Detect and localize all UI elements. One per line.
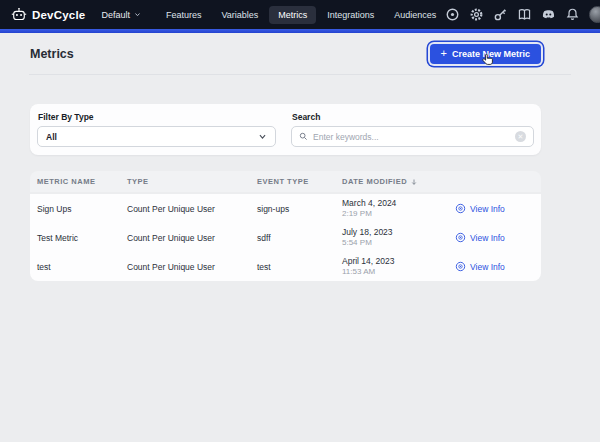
view-info-link[interactable]: View Info — [455, 232, 541, 243]
table-row[interactable]: Test Metric Count Per Unique User sdff J… — [30, 223, 541, 252]
date-modified-cell: July 18, 2023 5:54 PM — [342, 227, 455, 248]
chevron-down-icon — [134, 11, 141, 18]
header-divider — [29, 74, 571, 75]
sort-desc-icon — [410, 178, 418, 186]
search-label: Search — [292, 112, 534, 122]
view-info-link[interactable]: View Info — [455, 261, 541, 272]
eye-icon — [455, 261, 466, 272]
event-type-cell: test — [257, 262, 342, 272]
event-type-cell: sign-ups — [257, 204, 342, 214]
table-body: Sign Ups Count Per Unique User sign-ups … — [30, 194, 541, 281]
clear-search-icon[interactable]: ✕ — [515, 131, 526, 142]
time-text: 5:54 PM — [342, 238, 455, 248]
page-header: Metrics + Create New Metric — [0, 33, 600, 74]
bell-icon[interactable] — [565, 7, 580, 22]
column-header-metric-name[interactable]: Metric Name — [37, 177, 127, 186]
chevron-down-icon — [258, 132, 267, 141]
topbar-utilities — [445, 6, 600, 23]
date-text: April 14, 2023 — [342, 256, 455, 267]
view-info-label: View Info — [470, 233, 505, 243]
metric-name-cell: Test Metric — [37, 233, 127, 243]
main-nav: Features Variables Metrics Integrations … — [157, 6, 445, 24]
metric-name-cell: Sign Ups — [37, 204, 127, 214]
plus-icon: + — [441, 49, 447, 58]
create-new-metric-button[interactable]: + Create New Metric — [430, 44, 541, 64]
docs-book-icon[interactable] — [517, 7, 532, 22]
type-cell: Count Per Unique User — [127, 262, 257, 272]
nav-item-integrations[interactable]: Integrations — [318, 6, 383, 24]
date-text: July 18, 2023 — [342, 227, 455, 238]
search-field: Search ✕ — [291, 112, 534, 147]
nav-item-features[interactable]: Features — [157, 6, 211, 24]
event-type-cell: sdff — [257, 233, 342, 243]
status-target-icon[interactable] — [445, 7, 460, 22]
time-text: 11:53 AM — [342, 267, 455, 277]
view-info-label: View Info — [470, 262, 505, 272]
time-text: 2:19 PM — [342, 209, 455, 219]
eye-icon — [455, 232, 466, 243]
search-box: ✕ — [291, 126, 534, 147]
column-header-type[interactable]: Type — [127, 177, 257, 186]
page-title: Metrics — [30, 47, 74, 61]
project-selector-dropdown[interactable]: Default — [101, 10, 141, 20]
nav-item-audiences[interactable]: Audiences — [385, 6, 445, 24]
view-info-label: View Info — [470, 204, 505, 214]
metrics-table: Metric Name Type Event Type Date Modifie… — [30, 171, 541, 281]
key-icon[interactable] — [493, 7, 508, 22]
search-icon — [299, 132, 308, 141]
top-navigation-bar: DevCycle Default Features Variables Metr… — [0, 0, 600, 29]
date-text: March 4, 2024 — [342, 198, 455, 209]
type-cell: Count Per Unique User — [127, 204, 257, 214]
togglebot-robot-icon — [11, 7, 27, 23]
type-filter-value: All — [46, 132, 57, 142]
date-modified-cell: March 4, 2024 2:19 PM — [342, 198, 455, 219]
devcycle-logo[interactable]: DevCycle — [11, 7, 85, 23]
project-selector-label: Default — [101, 10, 130, 20]
column-header-event-type[interactable]: Event Type — [257, 177, 342, 186]
brand-name: DevCycle — [32, 9, 85, 21]
gear-icon[interactable] — [469, 7, 484, 22]
table-row[interactable]: test Count Per Unique User test April 14… — [30, 252, 541, 281]
column-header-date-modified[interactable]: Date Modified — [342, 177, 455, 186]
table-row[interactable]: Sign Ups Count Per Unique User sign-ups … — [30, 194, 541, 223]
type-cell: Count Per Unique User — [127, 233, 257, 243]
create-new-metric-label: Create New Metric — [452, 49, 530, 59]
user-avatar[interactable] — [589, 6, 600, 23]
discord-icon[interactable] — [541, 7, 556, 22]
metric-name-cell: test — [37, 262, 127, 272]
filter-by-type-field: Filter By Type All — [37, 112, 276, 147]
search-input[interactable] — [313, 132, 510, 142]
nav-item-variables[interactable]: Variables — [212, 6, 267, 24]
view-info-link[interactable]: View Info — [455, 203, 541, 214]
type-filter-select[interactable]: All — [37, 126, 276, 147]
table-header-row: Metric Name Type Event Type Date Modifie… — [30, 171, 541, 192]
nav-item-metrics[interactable]: Metrics — [269, 6, 316, 24]
filter-by-type-label: Filter By Type — [38, 112, 276, 122]
filter-card: Filter By Type All Search ✕ — [30, 104, 541, 155]
eye-icon — [455, 203, 466, 214]
date-modified-cell: April 14, 2023 11:53 AM — [342, 256, 455, 277]
